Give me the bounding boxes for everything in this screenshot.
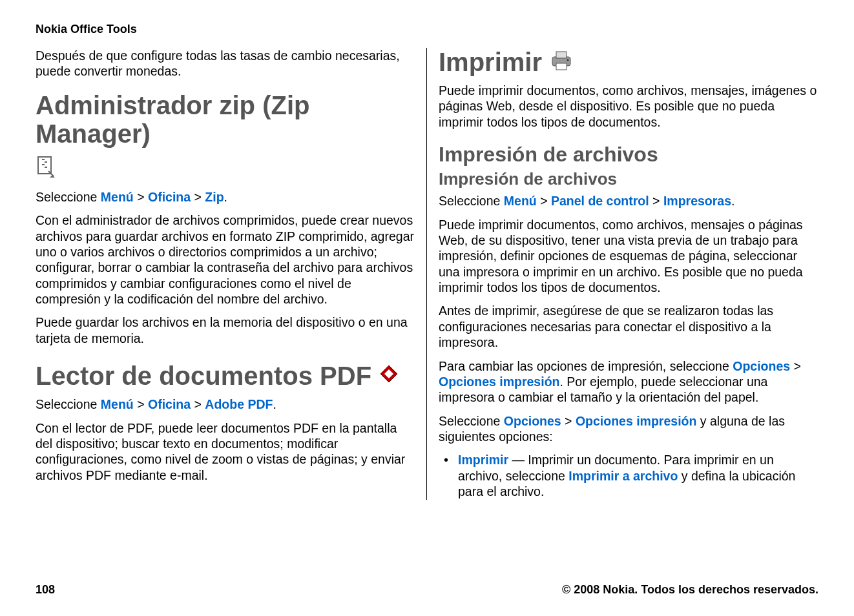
link-menu[interactable]: Menú — [504, 194, 537, 208]
link-panel-control[interactable]: Panel de control — [551, 194, 649, 208]
link-adobe-pdf[interactable]: Adobe PDF — [205, 397, 273, 411]
left-column: Después de que configure todas las tasas… — [36, 48, 427, 500]
svg-rect-6 — [556, 63, 567, 70]
list-item: Imprimir — Imprimir un documento. Para i… — [439, 452, 818, 499]
print-heading: Imprimir — [439, 48, 818, 76]
files-p4: Seleccione Opciones > Opciones impresión… — [439, 413, 818, 445]
select-label: Seleccione — [36, 190, 101, 204]
link-imprimir[interactable]: Imprimir — [458, 453, 508, 467]
link-impresoras[interactable]: Impresoras — [663, 194, 731, 208]
link-imprimir-archivo[interactable]: Imprimir a archivo — [568, 469, 678, 483]
select-label: Seleccione — [439, 194, 504, 208]
separator: > — [649, 194, 663, 208]
separator: > — [134, 190, 148, 204]
zip-icon — [36, 154, 55, 183]
zip-heading: Administrador zip (Zip Manager) — [36, 91, 415, 183]
link-oficina[interactable]: Oficina — [148, 397, 191, 411]
pdf-nav-path: Seleccione Menú > Oficina > Adobe PDF. — [36, 396, 415, 412]
page-header: Nokia Office Tools — [36, 23, 818, 36]
print-heading-text: Imprimir — [439, 48, 542, 76]
link-opciones-impresion[interactable]: Opciones impresión — [576, 414, 696, 428]
zip-description-1: Con el administrador de archivos comprim… — [36, 212, 415, 307]
intro-text: Después de que configure todas las tasas… — [36, 48, 415, 79]
print-description: Puede imprimir documentos, como archivos… — [439, 83, 818, 130]
separator: > — [191, 190, 205, 204]
page-footer: 108 © 2008 Nokia. Todos los derechos res… — [36, 583, 818, 597]
options-list: Imprimir — Imprimir un documento. Para i… — [439, 452, 818, 499]
files-subheading: Impresión de archivos — [439, 169, 818, 189]
pdf-icon — [378, 362, 400, 390]
svg-point-7 — [567, 59, 569, 61]
pdf-heading-text: Lector de documentos PDF — [36, 362, 371, 390]
files-nav-path: Seleccione Menú > Panel de control > Imp… — [439, 193, 818, 209]
link-oficina[interactable]: Oficina — [148, 190, 191, 204]
svg-rect-5 — [556, 52, 567, 58]
files-p1: Puede imprimir documentos, como archivos… — [439, 217, 818, 296]
link-menu[interactable]: Menú — [101, 397, 134, 411]
printer-icon — [548, 48, 574, 76]
link-opciones-impresion[interactable]: Opciones impresión — [439, 375, 559, 389]
files-p3: Para cambiar las opciones de impresión, … — [439, 358, 818, 406]
text: Seleccione — [439, 414, 504, 428]
separator: > — [561, 414, 576, 428]
separator: > — [134, 397, 148, 411]
page-number: 108 — [36, 583, 55, 597]
zip-nav-path: Seleccione Menú > Oficina > Zip. — [36, 189, 415, 205]
zip-description-2: Puede guardar los archivos en la memoria… — [36, 314, 415, 346]
pdf-description: Con el lector de PDF, puede leer documen… — [36, 420, 415, 484]
separator: > — [537, 194, 551, 208]
zip-heading-text: Administrador zip (Zip Manager) — [36, 91, 415, 148]
link-zip[interactable]: Zip — [205, 190, 224, 204]
content-columns: Después de que configure todas las tasas… — [36, 48, 818, 500]
text: Para cambiar las opciones de impresión, … — [439, 359, 733, 373]
link-opciones[interactable]: Opciones — [504, 414, 561, 428]
pdf-heading: Lector de documentos PDF — [36, 362, 415, 390]
svg-marker-1 — [50, 175, 55, 178]
separator: > — [191, 397, 205, 411]
right-column: Imprimir Puede imprimir documentos, como… — [427, 48, 818, 500]
link-menu[interactable]: Menú — [101, 190, 134, 204]
link-opciones[interactable]: Opciones — [733, 359, 790, 373]
files-p2: Antes de imprimir, asegúrese de que se r… — [439, 303, 818, 350]
select-label: Seleccione — [36, 397, 101, 411]
copyright: © 2008 Nokia. Todos los derechos reserva… — [562, 583, 818, 597]
files-heading: Impresión de archivos — [439, 143, 818, 167]
separator: > — [790, 359, 801, 373]
